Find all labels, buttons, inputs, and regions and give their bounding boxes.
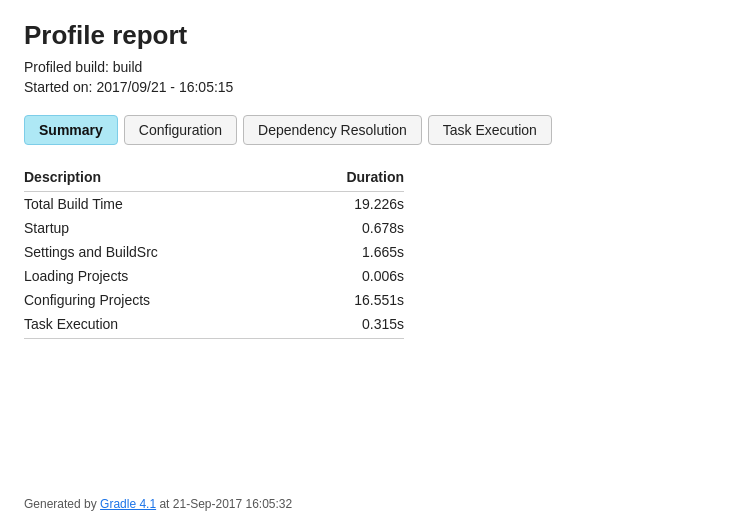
- row-description: Startup: [24, 216, 294, 240]
- footer-suffix: at 21-Sep-2017 16:05:32: [156, 497, 292, 511]
- row-duration: 16.551s: [294, 288, 404, 312]
- tab-task-execution[interactable]: Task Execution: [428, 115, 552, 145]
- row-description: Configuring Projects: [24, 288, 294, 312]
- row-description: Settings and BuildSrc: [24, 240, 294, 264]
- footer-gradle-link[interactable]: Gradle 4.1: [100, 497, 156, 511]
- row-description: Loading Projects: [24, 264, 294, 288]
- footer-prefix: Generated by: [24, 497, 100, 511]
- profiled-build-label: Profiled build: build: [24, 59, 717, 75]
- table-row: Settings and BuildSrc1.665s: [24, 240, 404, 264]
- table-row: Total Build Time19.226s: [24, 192, 404, 217]
- table-row: Configuring Projects16.551s: [24, 288, 404, 312]
- row-duration: 0.678s: [294, 216, 404, 240]
- table-row: Loading Projects0.006s: [24, 264, 404, 288]
- page-title: Profile report: [24, 20, 717, 51]
- row-duration: 1.665s: [294, 240, 404, 264]
- row-duration: 0.315s: [294, 312, 404, 339]
- summary-table: Description Duration Total Build Time19.…: [24, 165, 404, 339]
- col-header-duration: Duration: [294, 165, 404, 192]
- table-row: Task Execution0.315s: [24, 312, 404, 339]
- tab-summary[interactable]: Summary: [24, 115, 118, 145]
- row-duration: 0.006s: [294, 264, 404, 288]
- row-duration: 19.226s: [294, 192, 404, 217]
- footer: Generated by Gradle 4.1 at 21-Sep-2017 1…: [24, 497, 292, 511]
- tab-dependency-resolution[interactable]: Dependency Resolution: [243, 115, 422, 145]
- table-row: Startup0.678s: [24, 216, 404, 240]
- tab-bar: Summary Configuration Dependency Resolut…: [24, 115, 717, 145]
- row-description: Total Build Time: [24, 192, 294, 217]
- tab-configuration[interactable]: Configuration: [124, 115, 237, 145]
- started-on-label: Started on: 2017/09/21 - 16:05:15: [24, 79, 717, 95]
- col-header-description: Description: [24, 165, 294, 192]
- row-description: Task Execution: [24, 312, 294, 339]
